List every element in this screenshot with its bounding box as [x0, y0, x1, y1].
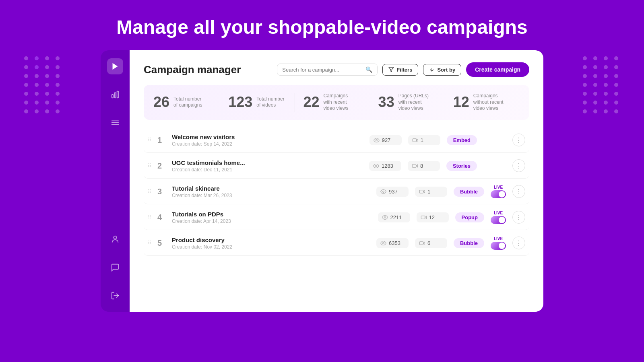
eye-icon	[380, 189, 386, 195]
table-row: ⠿ 2 UGC testimonials home... Creation da…	[144, 154, 529, 179]
row-number: 5	[157, 239, 165, 248]
view-count-badge: 2211	[378, 212, 410, 222]
type-badge: Bubble	[454, 187, 484, 197]
header-actions: 🔍 Filters Sort by Create campaign	[277, 62, 529, 77]
video-icon	[412, 137, 418, 143]
filter-button[interactable]: Filters	[382, 64, 418, 76]
view-count: 2211	[390, 214, 402, 220]
video-count: 1	[427, 189, 430, 195]
campaign-info: UGC testimonials home... Creation date: …	[172, 159, 363, 173]
svg-rect-3	[117, 91, 119, 98]
sort-icon	[429, 67, 435, 72]
type-badge: Embed	[447, 135, 477, 145]
search-input[interactable]	[282, 67, 362, 73]
row-number: 1	[157, 136, 165, 145]
toggle-track[interactable]	[491, 242, 506, 250]
sidebar-item-chat[interactable]	[107, 259, 123, 276]
campaign-name: Tutorials on PDPs	[172, 211, 372, 218]
campaign-date: Creation date: Sep 14, 2022	[172, 141, 363, 147]
eye-icon	[380, 240, 386, 246]
stat-pages-with-views: 33 Pages (URLs) with recent video views	[370, 93, 445, 112]
toggle-thumb	[499, 243, 505, 249]
type-badge: Stories	[446, 161, 477, 171]
svg-rect-15	[412, 165, 416, 168]
panel-header: Campaign manager 🔍 Filters Sort by	[144, 62, 529, 77]
page-wrapper: Manage all your shoppable-video campaign…	[0, 0, 644, 362]
svg-point-17	[383, 191, 384, 192]
sidebar-item-menu[interactable]	[107, 115, 123, 131]
stat-total-videos: 123 Total number of videos	[220, 93, 295, 112]
eye-icon	[373, 163, 379, 169]
campaign-list: ⠿ 1 Welcome new visitors Creation date: …	[144, 128, 529, 256]
toggle-thumb	[499, 217, 505, 223]
decorative-dots-left	[24, 56, 61, 113]
filter-icon	[388, 67, 394, 72]
svg-point-23	[383, 242, 384, 244]
view-count-badge: 927	[369, 135, 402, 145]
search-bar[interactable]: 🔍	[277, 64, 378, 76]
campaign-info: Tutorials on PDPs Creation date: Apr 14,…	[172, 211, 372, 224]
svg-rect-18	[419, 190, 423, 193]
more-button[interactable]: ⋮	[512, 237, 525, 249]
sidebar-item-play[interactable]	[107, 58, 123, 74]
video-count: 12	[429, 214, 435, 220]
sidebar-item-user[interactable]	[107, 231, 123, 247]
main-content: Campaign manager 🔍 Filters Sort by	[101, 50, 543, 312]
campaign-name: Tutorial skincare	[172, 185, 370, 192]
view-count-badge: 937	[376, 187, 409, 197]
toggle-track[interactable]	[491, 190, 506, 198]
svg-point-14	[376, 165, 377, 167]
more-button[interactable]: ⋮	[512, 211, 525, 224]
more-button[interactable]: ⋮	[512, 185, 525, 198]
svg-point-11	[376, 139, 377, 141]
more-button[interactable]: ⋮	[512, 134, 525, 146]
drag-handle[interactable]: ⠿	[148, 137, 151, 143]
toggle-track[interactable]	[491, 216, 506, 224]
decorative-dots-right	[583, 56, 620, 113]
campaign-info: Welcome new visitors Creation date: Sep …	[172, 134, 363, 147]
table-row: ⠿ 4 Tutorials on PDPs Creation date: Apr…	[144, 205, 529, 230]
campaign-info: Product discovery Creation date: Nov 02,…	[172, 237, 370, 250]
svg-marker-0	[113, 63, 118, 70]
view-count-badge: 6353	[376, 238, 409, 248]
eye-icon	[374, 137, 380, 143]
live-label: LIVE	[494, 211, 503, 215]
drag-handle[interactable]: ⠿	[148, 240, 151, 246]
view-count: 1283	[382, 163, 393, 169]
stats-row: 26 Total number of campaigns 123 Total n…	[144, 85, 529, 120]
campaign-date: Creation date: Apr 14, 2023	[172, 218, 372, 224]
live-toggle[interactable]: LIVE	[491, 185, 506, 198]
svg-rect-12	[413, 139, 416, 142]
video-icon	[419, 240, 425, 246]
view-count: 937	[389, 189, 398, 195]
campaign-info: Tutorial skincare Creation date: Mar 26,…	[172, 185, 370, 198]
campaign-date: Creation date: Nov 02, 2022	[172, 244, 370, 250]
live-toggle[interactable]: LIVE	[491, 237, 506, 250]
view-count: 6353	[389, 240, 400, 246]
sort-button[interactable]: Sort by	[423, 64, 461, 76]
video-count-badge: 8	[408, 161, 440, 171]
row-number: 4	[157, 213, 165, 222]
drag-handle[interactable]: ⠿	[148, 189, 151, 194]
row-number: 2	[157, 161, 165, 171]
campaign-name: UGC testimonials home...	[172, 159, 363, 166]
drag-handle[interactable]: ⠿	[148, 163, 151, 169]
stat-campaigns-with-views: 22 Campaigns with recent video views	[295, 93, 370, 112]
toggle-thumb	[499, 191, 505, 197]
live-toggle[interactable]: LIVE	[491, 211, 506, 224]
sidebar-item-chart[interactable]	[107, 86, 123, 103]
video-count: 1	[421, 137, 423, 143]
more-button[interactable]: ⋮	[512, 159, 525, 172]
view-count-badge: 1283	[369, 161, 401, 171]
video-count: 8	[420, 163, 423, 169]
table-row: ⠿ 1 Welcome new visitors Creation date: …	[144, 128, 529, 153]
svg-point-7	[114, 236, 116, 239]
drag-handle[interactable]: ⠿	[148, 214, 151, 220]
video-count-badge: 6	[415, 238, 447, 248]
campaign-date: Creation date: Mar 26, 2023	[172, 193, 370, 198]
view-count: 927	[382, 137, 391, 143]
create-campaign-button[interactable]: Create campaign	[466, 62, 529, 77]
app-panel: Campaign manager 🔍 Filters Sort by	[130, 50, 543, 312]
sidebar-item-logout[interactable]	[107, 288, 123, 304]
search-icon: 🔍	[365, 66, 372, 73]
